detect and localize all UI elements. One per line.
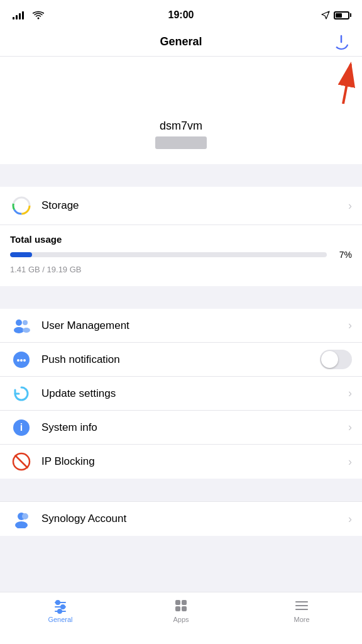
section-divider-2 (0, 286, 362, 309)
update-settings-label: Update settings (41, 387, 348, 400)
signal-bar-1 (13, 17, 14, 19)
battery-fill (336, 13, 342, 18)
push-notification-label: Push notification (41, 353, 320, 366)
page-header: General (0, 28, 362, 57)
storage-section: Storage › Total usage 7% 1.41 GB / 19.19… (0, 187, 362, 286)
usage-percent: 7% (333, 250, 352, 260)
svg-text:i: i (20, 422, 23, 433)
menu-section: User Management › Push notification Upda… (0, 309, 362, 479)
red-arrow (280, 57, 356, 107)
signal-bar-2 (16, 15, 18, 19)
tab-more[interactable]: More (241, 597, 362, 623)
section-divider-3 (0, 479, 362, 501)
signal-bar-3 (19, 13, 21, 19)
refresh-icon (10, 382, 33, 405)
progress-row: 7% (10, 250, 352, 260)
tab-apps[interactable]: Apps (121, 597, 241, 623)
general-tab-icon (52, 597, 69, 614)
svg-point-10 (14, 327, 24, 333)
power-button[interactable] (331, 31, 352, 53)
users-icon (10, 314, 33, 337)
synology-account-section: Synology Account › (0, 501, 362, 536)
chat-icon (10, 348, 33, 371)
svg-point-14 (17, 359, 19, 362)
location-icon (321, 11, 330, 19)
svg-line-20 (16, 456, 28, 468)
status-left (13, 11, 44, 19)
push-notification-toggle[interactable] (320, 350, 352, 369)
svg-rect-30 (175, 600, 180, 605)
ip-blocking-label: IP Blocking (41, 455, 348, 468)
svg-point-22 (15, 521, 28, 528)
menu-item-user-management[interactable]: User Management › (0, 309, 362, 343)
info-icon: i (10, 416, 33, 439)
storage-detail: Total usage 7% 1.41 GB / 19.19 GB (0, 225, 362, 286)
system-info-chevron: › (348, 421, 352, 434)
device-name: dsm7vm (160, 119, 202, 133)
page-title: General (160, 35, 202, 48)
total-usage-label: Total usage (10, 234, 352, 245)
wifi-icon (33, 11, 44, 19)
more-tab-label: More (293, 616, 309, 623)
svg-rect-31 (182, 600, 187, 605)
menu-item-update-settings[interactable]: Update settings › (0, 377, 362, 411)
tab-bar: General Apps More (0, 592, 362, 644)
system-info-label: System info (41, 421, 348, 434)
apps-tab-icon (173, 597, 189, 614)
svg-point-11 (23, 320, 28, 325)
apps-tab-label: Apps (173, 616, 189, 623)
update-settings-chevron: › (348, 387, 352, 400)
signal-bar-4 (22, 11, 24, 19)
svg-point-12 (23, 328, 30, 333)
svg-point-9 (16, 319, 22, 326)
svg-rect-33 (182, 606, 187, 611)
block-icon (10, 450, 33, 473)
device-ip: 192.168.1.x (155, 136, 206, 149)
storage-menu-item[interactable]: Storage › (0, 187, 362, 225)
storage-chevron: › (348, 199, 352, 213)
svg-point-23 (22, 513, 28, 519)
svg-point-15 (20, 359, 23, 362)
svg-point-29 (58, 609, 62, 613)
storage-label: Storage (41, 199, 348, 212)
user-management-label: User Management (41, 319, 348, 332)
svg-line-4 (343, 64, 351, 104)
status-right (321, 11, 349, 19)
battery-indicator (334, 11, 349, 19)
synology-account-icon (10, 508, 33, 530)
ip-blocking-chevron: › (348, 455, 352, 469)
storage-size-text: 1.41 GB / 19.19 GB (10, 265, 82, 274)
status-bar: 19:00 (0, 0, 362, 28)
general-tab-label: General (48, 616, 72, 623)
svg-point-27 (61, 605, 65, 609)
svg-point-25 (56, 601, 60, 604)
progress-bar-fill (10, 252, 32, 257)
signal-bars (13, 11, 24, 19)
toggle-knob (321, 351, 338, 368)
menu-item-system-info[interactable]: i System info › (0, 411, 362, 445)
section-divider-1 (0, 164, 362, 187)
user-management-chevron: › (348, 319, 352, 332)
more-tab-icon (293, 597, 310, 614)
synology-account-chevron: › (348, 513, 352, 526)
status-time: 19:00 (168, 9, 194, 21)
tab-general[interactable]: General (0, 597, 121, 623)
arrow-annotation (0, 57, 362, 107)
tab-bar-spacer (0, 536, 362, 588)
menu-item-ip-blocking[interactable]: IP Blocking › (0, 445, 362, 479)
menu-item-synology-account[interactable]: Synology Account › (0, 502, 362, 536)
progress-bar-container (10, 252, 327, 257)
svg-rect-32 (175, 606, 180, 611)
power-icon (332, 33, 350, 51)
svg-point-0 (38, 18, 40, 19)
synology-account-label: Synology Account (41, 513, 348, 525)
menu-item-push-notification[interactable]: Push notification (0, 343, 362, 377)
device-section: dsm7vm 192.168.1.x (0, 107, 362, 164)
storage-icon (10, 194, 33, 217)
svg-point-16 (23, 359, 26, 362)
